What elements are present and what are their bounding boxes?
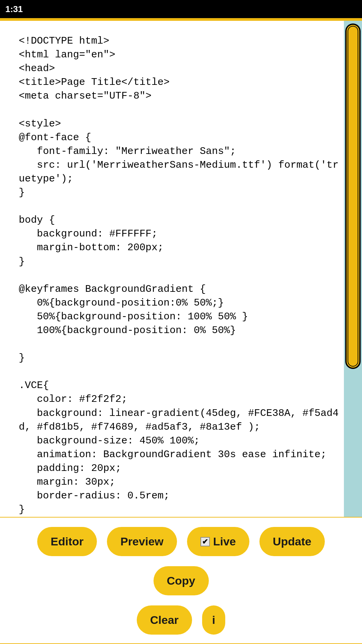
code-editor[interactable]: <!DOCTYPE html> <html lang="en"> <head> … [0, 21, 362, 569]
editor-button[interactable]: Editor [37, 527, 97, 556]
bottom-toolbar: Editor Preview ✔ Live Update Copy Clear … [0, 517, 362, 644]
scrollbar-track[interactable] [344, 21, 362, 569]
top-divider [0, 18, 362, 21]
editor-button-label: Editor [51, 535, 83, 548]
scrollbar-thumb[interactable] [345, 23, 361, 369]
clear-button[interactable]: Clear [137, 605, 192, 635]
status-time: 1:31 [5, 4, 23, 14]
live-button[interactable]: ✔ Live [187, 527, 249, 556]
preview-button-label: Preview [120, 535, 164, 548]
clear-button-label: Clear [150, 613, 179, 627]
info-button-label: i [212, 613, 215, 627]
live-button-label: Live [213, 535, 236, 548]
preview-button[interactable]: Preview [107, 527, 177, 556]
copy-button-label: Copy [167, 574, 195, 587]
info-button[interactable]: i [202, 605, 225, 635]
update-button-label: Update [273, 535, 311, 548]
status-bar: 1:31 [0, 0, 362, 18]
code-content[interactable]: <!DOCTYPE html> <html lang="en"> <head> … [0, 21, 362, 569]
update-button[interactable]: Update [259, 527, 325, 556]
copy-button[interactable]: Copy [154, 566, 209, 595]
live-checkbox-icon: ✔ [200, 537, 210, 546]
